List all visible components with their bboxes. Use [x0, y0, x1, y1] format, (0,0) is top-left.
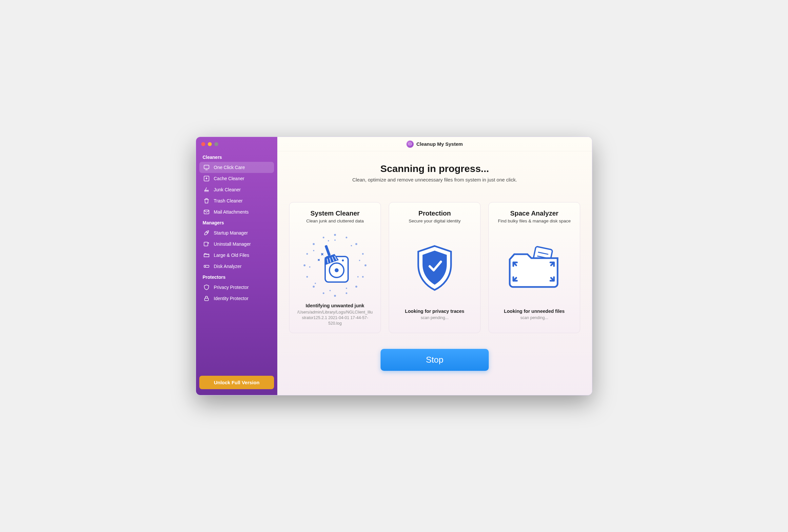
- svg-point-39: [342, 260, 344, 261]
- sidebar-item-uninstall-manager[interactable]: Uninstall Manager: [199, 239, 274, 250]
- app-window: Cleaners One Click Care Cache Cleaner Ju…: [196, 137, 592, 395]
- svg-rect-40: [324, 245, 331, 256]
- sidebar-item-one-click-care[interactable]: One Click Care: [199, 162, 274, 173]
- sidebar-item-disk-analyzer[interactable]: Disk Analyzer: [199, 261, 274, 272]
- card-title: Space Analyzer: [494, 210, 575, 217]
- sidebar-item-label: Identity Protector: [214, 296, 249, 301]
- svg-point-28: [359, 260, 360, 261]
- disk-broom-icon: [295, 227, 375, 303]
- svg-point-38: [335, 268, 339, 272]
- card-subtitle: Clean junk and cluttered data: [295, 219, 375, 223]
- svg-point-24: [313, 243, 315, 245]
- window-controls: [199, 141, 274, 152]
- sidebar-item-large-old-files[interactable]: Large & Old Files: [199, 250, 274, 261]
- hero-subtitle: Clean, optimize and remove unnecessary f…: [284, 177, 586, 182]
- svg-point-23: [307, 253, 308, 254]
- svg-point-17: [346, 292, 348, 294]
- sidebar-item-label: Startup Manager: [214, 230, 248, 236]
- sidebar-item-label: Trash Cleaner: [214, 198, 242, 203]
- folder-expand-icon: [494, 227, 575, 309]
- sidebar-item-cache-cleaner[interactable]: Cache Cleaner: [199, 173, 274, 184]
- download-box-icon: [203, 175, 210, 182]
- app-icon: [407, 141, 414, 148]
- card-title: Protection: [394, 210, 475, 217]
- sidebar-item-label: Disk Analyzer: [214, 264, 241, 269]
- broom-icon: [203, 186, 210, 193]
- action-area: Stop: [277, 340, 592, 384]
- svg-point-11: [346, 237, 348, 238]
- svg-point-29: [357, 276, 359, 278]
- svg-point-12: [355, 243, 357, 245]
- minimize-window-button[interactable]: [208, 142, 212, 146]
- svg-rect-0: [204, 165, 209, 169]
- mail-icon: [203, 209, 210, 215]
- svg-point-30: [346, 288, 347, 289]
- main-content: Cleanup My System Scanning in progress..…: [277, 137, 592, 395]
- svg-point-18: [334, 295, 336, 297]
- svg-point-14: [365, 264, 367, 266]
- sidebar-item-junk-cleaner[interactable]: Junk Cleaner: [199, 184, 274, 195]
- card-title: System Cleaner: [295, 210, 375, 217]
- card-status: Looking for unneeded files: [494, 309, 575, 314]
- sidebar-item-identity-protector[interactable]: Identity Protector: [199, 293, 274, 304]
- lock-icon: [203, 295, 210, 302]
- svg-point-21: [307, 276, 308, 278]
- svg-point-31: [330, 290, 331, 291]
- app-title: Cleanup My System: [416, 141, 463, 147]
- uninstall-icon: [203, 241, 210, 247]
- sidebar-item-label: Privacy Protector: [214, 285, 249, 290]
- close-window-button[interactable]: [201, 142, 205, 146]
- sidebar-item-label: Cache Cleaner: [214, 176, 244, 181]
- svg-point-13: [362, 253, 364, 254]
- sidebar-item-trash-cleaner[interactable]: Trash Cleaner: [199, 195, 274, 206]
- sidebar-item-label: Junk Cleaner: [214, 187, 241, 192]
- svg-rect-8: [204, 298, 209, 301]
- folder-stack-icon: [203, 252, 210, 259]
- svg-point-35: [328, 240, 329, 241]
- svg-point-4: [206, 232, 208, 233]
- trash-icon: [203, 198, 210, 204]
- sidebar-item-label: Large & Old Files: [214, 252, 249, 258]
- monitor-icon: [203, 164, 210, 171]
- card-status: Looking for privacy traces: [394, 309, 475, 314]
- unlock-full-version-button[interactable]: Unlock Full Version: [199, 376, 274, 389]
- svg-point-7: [205, 266, 206, 267]
- svg-point-10: [334, 234, 336, 236]
- svg-rect-9: [409, 143, 411, 145]
- sidebar: Cleaners One Click Care Cache Cleaner Ju…: [196, 137, 277, 395]
- card-subtitle: Find bulky files & manage disk space: [494, 219, 575, 223]
- svg-point-33: [309, 266, 310, 268]
- svg-point-15: [362, 276, 364, 278]
- svg-point-20: [313, 286, 315, 288]
- card-status: Identifying unwanted junk: [295, 303, 375, 308]
- card-detail: scan pending...: [394, 315, 475, 326]
- sidebar-item-label: Mail Attachments: [214, 209, 249, 214]
- svg-point-19: [323, 292, 324, 294]
- svg-point-34: [313, 250, 314, 251]
- hero-title: Scanning in progress...: [284, 163, 586, 174]
- disk-icon: [203, 263, 210, 270]
- svg-point-16: [355, 286, 357, 288]
- sidebar-item-label: Uninstall Manager: [214, 241, 251, 247]
- sidebar-item-label: One Click Care: [214, 165, 245, 170]
- hero-section: Scanning in progress... Clean, optimize …: [277, 151, 592, 186]
- svg-point-26: [334, 240, 336, 241]
- zoom-window-button[interactable]: [214, 142, 218, 146]
- sidebar-section-title-managers: Managers: [199, 218, 274, 227]
- sidebar-section-title-protectors: Protectors: [199, 272, 274, 282]
- stop-button[interactable]: Stop: [380, 349, 489, 371]
- svg-point-22: [303, 264, 306, 266]
- sidebar-section-title-cleaners: Cleaners: [199, 152, 274, 162]
- card-detail: scan pending...: [494, 315, 575, 326]
- card-detail: /Users/admin/Library/Logs/NGLClient_Illu…: [295, 310, 375, 326]
- sidebar-item-startup-manager[interactable]: Startup Manager: [199, 227, 274, 239]
- svg-rect-6: [204, 265, 209, 268]
- svg-point-25: [323, 237, 324, 238]
- sidebar-item-mail-attachments[interactable]: Mail Attachments: [199, 206, 274, 218]
- sidebar-item-privacy-protector[interactable]: Privacy Protector: [199, 282, 274, 293]
- cards-row: System Cleaner Clean junk and cluttered …: [277, 186, 592, 340]
- shield-icon: [203, 284, 210, 291]
- svg-point-32: [315, 283, 316, 284]
- card-system-cleaner: System Cleaner Clean junk and cluttered …: [289, 202, 381, 333]
- titlebar: Cleanup My System: [277, 137, 592, 151]
